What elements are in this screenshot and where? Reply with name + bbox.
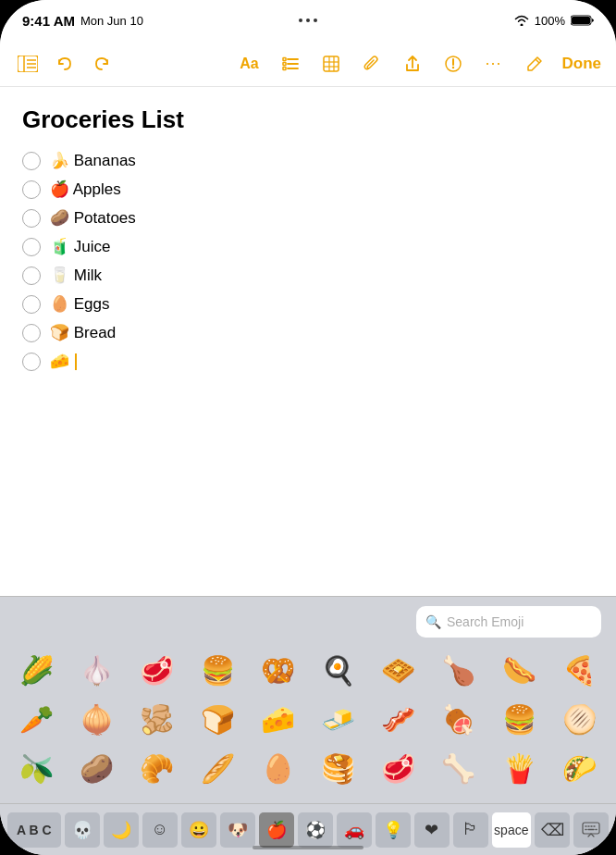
redo-button[interactable] [89,51,115,77]
emoji-carrot[interactable]: 🥕 [7,696,66,742]
emoji-steak[interactable]: 🥩 [369,745,427,791]
delete-symbol: ⌫ [541,820,564,840]
abc-button[interactable]: A B C [7,812,61,848]
checkbox-apples[interactable] [22,180,41,199]
device-frame: 9:41 AM Mon Jun 10 100% [0,0,616,855]
checkbox-last[interactable] [22,353,41,371]
search-placeholder: Search Emoji [447,614,524,629]
emoji-onion[interactable]: 🧅 [68,696,126,742]
undo-icon [55,55,74,73]
emoji-egg[interactable]: 🥚 [249,745,307,791]
moon-category[interactable]: 🌙 [104,812,139,848]
sidebar-toggle-button[interactable] [15,51,41,77]
emoji-pan[interactable]: 🍳 [309,647,367,693]
item-text-milk: 🥛 Milk [50,266,102,285]
checkbox-juice[interactable] [22,238,41,256]
checkbox-bananas[interactable] [22,152,41,170]
checkbox-bread[interactable] [22,324,41,342]
share-icon [403,55,422,73]
list-item: 🍎 Apples [22,180,594,199]
emoji-search-field[interactable]: 🔍 Search Emoji [416,606,601,638]
table-button[interactable] [318,51,344,77]
note-body: Groceries List 🍌 Bananas 🍎 Apples 🥔 Pota… [0,87,616,399]
item-text-last: 🧀 [50,352,77,371]
emoji-cut-meat[interactable]: 🥩 [128,647,186,693]
checklist-icon [281,55,300,73]
emoji-pancakes[interactable]: 🥞 [309,745,367,791]
emoji-chicken[interactable]: 🍗 [429,647,487,693]
emoji-olive[interactable]: 🫒 [7,745,66,791]
emoji-pretzel[interactable]: 🥨 [249,647,307,693]
emoji-cheese[interactable]: 🧀 [249,696,307,742]
emoji-search-area: 🔍 Search Emoji [0,597,616,643]
space-key[interactable]: space [492,812,531,848]
emoji-flatbread[interactable]: 🫓 [550,696,609,742]
food-category[interactable]: 🍎 [259,812,294,848]
svg-rect-13 [324,56,339,71]
checkbox-potatoes[interactable] [22,209,41,228]
checklist-button[interactable] [277,51,303,77]
hearts-category[interactable]: ❤ [414,812,450,848]
checkbox-eggs[interactable] [22,295,41,314]
battery-icon [571,15,594,26]
emoji-garlic[interactable]: 🧄 [68,647,126,693]
svg-rect-11 [283,62,286,65]
emoji-burger[interactable]: 🍔 [189,647,247,693]
item-text-eggs: 🥚 Eggs [50,294,109,314]
emoji-burger2[interactable]: 🍔 [490,696,548,742]
sports-category[interactable]: ⚽ [298,812,333,848]
animal-category[interactable]: 🐶 [220,812,255,848]
status-time: 9:41 AM [22,13,75,29]
toolbar-left [15,51,115,77]
svg-rect-1 [572,17,590,24]
item-text-juice: 🧃 Juice [50,237,110,256]
item-text-potatoes: 🥔 Potatoes [50,208,136,228]
emoji-croissant[interactable]: 🥐 [128,745,186,791]
flags-category[interactable]: 🏳 [453,812,488,848]
text-format-button[interactable]: Aa [237,51,263,77]
compose-button[interactable] [522,51,548,77]
checkbox-milk[interactable] [22,266,41,285]
redo-icon [92,55,111,73]
emoji-waffle[interactable]: 🧇 [369,647,427,693]
note-title: Groceries List [22,105,594,134]
undo-button[interactable] [52,51,78,77]
objects-category[interactable]: 💡 [376,812,411,848]
emoji-grid: 🌽 🧄 🥩 🍔 🥨 🍳 🧇 🍗 🌭 🍕 🥕 🧅 🫚 🍞 🧀 🧈 🥓 🍖 🍔 🫓 … [0,643,616,796]
svg-rect-12 [283,67,286,69]
note-content-area: Groceries List 🍌 Bananas 🍎 Apples 🥔 Pota… [0,87,616,596]
smile-category[interactable]: ☺️ [142,812,178,848]
emoji-keyboard: 🔍 Search Emoji 🌽 🧄 🥩 🍔 🥨 🍳 🧇 🍗 🌭 🍕 🥕 🧅 🫚… [0,596,616,855]
travel-category[interactable]: 🚗 [337,812,372,848]
emoji-taco[interactable]: 🌮 [550,745,609,791]
face-category[interactable]: 😀 [181,812,216,848]
sidebar-icon [18,56,38,72]
more-button[interactable]: ··· [481,51,507,77]
list-item: 🥔 Potatoes [22,208,594,228]
delete-key[interactable]: ⌫ [535,812,570,848]
emoji-potato[interactable]: 🥔 [68,745,126,791]
skull-category[interactable]: 💀 [65,812,100,848]
status-right: 100% [514,14,594,28]
emoji-hotdog[interactable]: 🌭 [490,647,548,693]
share-button[interactable] [400,51,425,77]
done-button[interactable]: Done [562,55,602,73]
keyboard-toggle[interactable] [573,812,609,848]
emoji-drumstick[interactable]: 🍖 [429,696,487,742]
emoji-fries[interactable]: 🍟 [490,745,548,791]
emoji-bread2[interactable]: 🍞 [189,696,247,742]
emoji-butter[interactable]: 🧈 [309,696,367,742]
status-center-dots [299,19,317,22]
keyboard-icon [582,822,600,838]
mention-icon [444,55,462,73]
emoji-baguette[interactable]: 🥖 [189,745,247,791]
emoji-corn[interactable]: 🌽 [7,647,66,693]
text-cursor [75,353,77,370]
emoji-pizza[interactable]: 🍕 [550,647,609,693]
compose-icon [525,55,544,73]
mention-button[interactable] [440,51,466,77]
emoji-bone[interactable]: 🦴 [429,745,487,791]
emoji-ginger[interactable]: 🫚 [128,696,186,742]
emoji-bacon[interactable]: 🥓 [369,696,427,742]
attachment-button[interactable] [359,51,385,77]
